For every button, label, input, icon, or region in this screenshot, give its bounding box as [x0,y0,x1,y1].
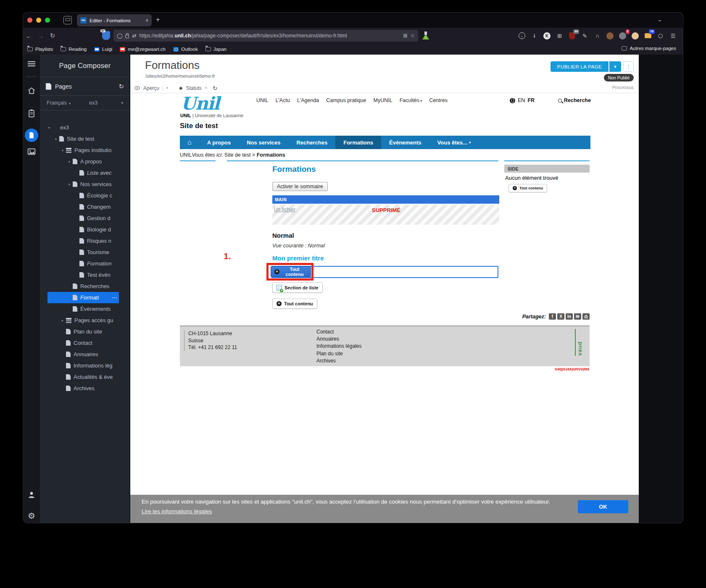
screenshot-tool-icon[interactable] [63,16,72,24]
cookie-ok-button[interactable]: OK [578,500,628,513]
chevron-icon[interactable] [59,148,66,152]
tree-item[interactable]: Informations lég ⋯ [40,360,130,371]
preview-mode-button[interactable]: Aperçu [143,85,159,91]
tab-close-icon[interactable]: × [145,18,148,24]
tree-item[interactable]: ex3 ⋯ [40,122,130,133]
linkedin-icon[interactable]: in [566,313,573,320]
nav-home-icon[interactable]: ⌂ [180,136,199,149]
tree-item[interactable]: Contact ⋯ [40,337,130,349]
footer-link[interactable]: Contact [316,328,361,336]
tree-item[interactable]: Biologie d ⋯ [40,224,130,235]
tree-item[interactable]: Événements ⋯ [40,303,130,315]
tree-item[interactable]: Nos services ⋯ [40,178,130,190]
bookmark-item[interactable]: Luigi [94,47,112,52]
page-composer-icon[interactable] [23,129,40,142]
chevron-icon[interactable] [59,318,66,323]
chevron-icon[interactable] [53,137,59,141]
bookmark-item[interactable]: Outlook [173,47,198,52]
tree-item[interactable]: Formati ⋯ [40,292,130,303]
url-field[interactable]: ◯ ⇄ https://editjahia.unil.ch/jahia/page… [113,30,418,42]
top-nav-item[interactable]: UNIL [256,97,268,103]
status-filter-button[interactable]: Statuts [186,85,202,91]
footer-link[interactable]: Plan du site [316,350,361,357]
tree-item[interactable]: Changem ⋯ [40,201,130,213]
cookie-legal-link[interactable]: Lire les informations légales [142,508,212,514]
site-search-link[interactable]: Recherche [558,97,591,103]
downloads-icon[interactable]: ⭣ [530,32,538,40]
publish-page-button[interactable]: PUBLIER LA PAGE [551,61,609,72]
top-nav-item[interactable]: Facultés [400,97,422,103]
permissions-icon[interactable]: ⇄ [132,33,136,39]
nav-item[interactable]: A propos [199,136,239,149]
forward-button[interactable]: → [35,32,47,39]
tree-item[interactable]: Actualités & éve ⋯ [40,371,130,383]
back-button[interactable]: ← [23,32,35,39]
toc-toggle-button[interactable]: Activer le sommaire [272,182,328,191]
profile-avatar-blocked-icon[interactable] [606,32,614,40]
tree-item[interactable]: Recherches ⋯ [40,281,130,292]
top-nav-item[interactable]: Centres [429,97,448,103]
add-list-section-button[interactable]: Section de liste [272,282,323,293]
more-menu-icon[interactable]: ⋯ [112,294,117,301]
tree-item[interactable]: Gestion d ⋯ [40,213,130,224]
notifications-icon[interactable]: 3 [619,32,627,40]
tree-item[interactable]: Pages accès gu ⋯ [40,315,130,326]
nav-item[interactable]: Événements [381,136,429,149]
nav-item[interactable]: Formations [335,136,381,149]
nav-item[interactable]: Vous êtes... [429,136,479,149]
vaud-logo[interactable]: vaud [575,329,583,356]
bookmark-star-icon[interactable]: ☆ [410,33,415,39]
adblock-shield-icon[interactable]: 39 [568,32,576,40]
preview-mode-chevron-icon[interactable]: ▾ [166,86,168,90]
minimize-window-button[interactable] [36,18,41,23]
apps-grid-icon[interactable]: ⊞ [556,32,564,40]
side-area-label[interactable]: SIDE [504,165,590,173]
menu-hamburger-icon[interactable]: ☰ [669,32,677,40]
footer-link[interactable]: Informations légales [316,343,361,350]
arc-extension-icon[interactable]: ∩ [593,32,601,40]
bookmark-item[interactable]: Playlists [27,47,53,52]
top-nav-item[interactable]: Campus pratique [326,97,366,103]
chevron-icon[interactable] [46,126,53,130]
chevron-icon[interactable] [66,160,73,164]
footer-link[interactable]: Archives [316,357,361,365]
refresh-preview-icon[interactable]: ↻ [213,85,218,92]
extension-flask-icon[interactable] [422,32,430,40]
monitor-extension-icon[interactable]: 76 [644,32,652,40]
settings-gear-icon[interactable]: ⚙ [23,511,40,521]
tree-item[interactable]: Écologie c ⋯ [40,190,130,201]
home-icon[interactable] [23,87,40,95]
tree-item[interactable]: Liste avec ⋯ [40,167,130,178]
reload-button[interactable]: ↻ [47,32,58,39]
unil-logo[interactable]: Unil [181,93,219,114]
pocket-icon[interactable]: ⌄ [518,32,526,40]
reader-grid-icon[interactable]: ⊞ [403,33,407,39]
bookmark-item[interactable]: me@zegwaart.ch [120,47,166,52]
tree-item[interactable]: Archives ⋯ [40,383,130,394]
tree-item[interactable]: Test évén ⋯ [40,269,130,281]
maximize-window-button[interactable] [45,18,50,23]
add-all-content-button[interactable]: + Tout contenu [271,266,311,277]
nav-item[interactable]: Recherches [288,136,335,149]
extension-shield-icon[interactable]: 9+ [102,31,110,40]
process-link[interactable]: Processus [612,85,634,90]
footer-link[interactable]: Annuaires [316,336,361,343]
print-icon[interactable]: ⎙ [582,313,590,320]
chevron-icon[interactable] [66,182,73,186]
language-selector[interactable]: Français▾ [47,100,71,106]
top-nav-item[interactable]: L'Actu [275,97,290,103]
tree-item[interactable]: Annuaires ⋯ [40,349,130,360]
site-selector[interactable]: ex3 [89,100,97,106]
other-bookmarks[interactable]: Autres marque-pages [622,46,676,51]
tree-item[interactable]: Formation ⋯ [40,258,130,269]
media-library-icon[interactable] [23,148,40,155]
tree-item[interactable]: Site de test ⋯ [40,133,130,144]
page-actions-kebab-icon[interactable]: ⋮ [623,61,634,72]
main-area-label[interactable]: MAIN [272,195,499,204]
top-nav-item[interactable]: MyUNIL [373,97,392,103]
tree-item[interactable]: Tourisme ⋯ [40,247,130,258]
puzzle-extensions-icon[interactable]: ⬡ [656,32,664,40]
all-tabs-chevron-icon[interactable]: ⌄ [658,17,662,23]
email-icon[interactable]: ✉ [574,313,581,320]
user-account-icon[interactable] [23,491,40,499]
